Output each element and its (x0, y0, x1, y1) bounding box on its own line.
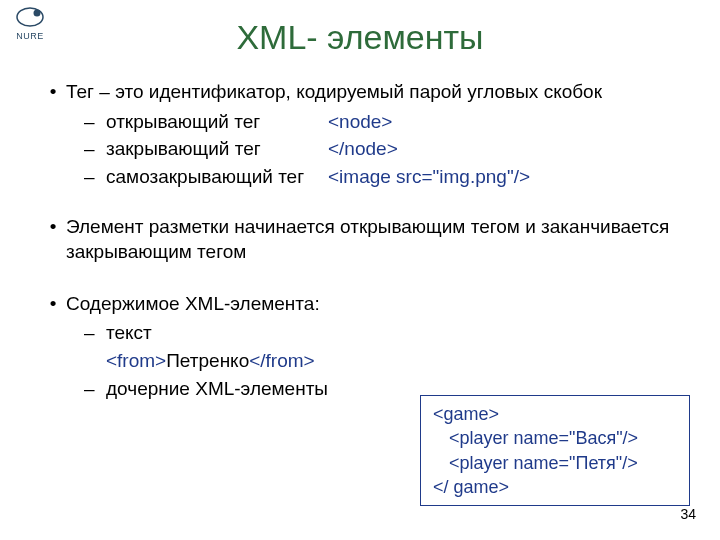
slide-content: • Тег – это идентификатор, кодируемый па… (0, 79, 720, 401)
bullet-1-text: Тег – это идентификатор, кодируемый паро… (66, 79, 602, 105)
sub-opening-label: открывающий тег (106, 109, 328, 135)
nure-logo: NURE (8, 6, 52, 41)
sub-selfclosing-tag: – самозакрывающий тег <image src="img.pn… (84, 164, 680, 190)
sub-children-label: дочерние XML-элементы (106, 376, 328, 402)
sub-selfclosing-value: <image src="img.png"/> (328, 164, 530, 190)
bullet-3-text: Содержимое XML-элемента: (66, 291, 320, 317)
xml-example-box: <game> <player name="Вася"/> <player nam… (420, 395, 690, 506)
bullet-dot-icon: • (40, 79, 66, 105)
ex-text: Петренко (166, 348, 249, 374)
sub-text: – текст (84, 320, 680, 346)
bullet-3: • Содержимое XML-элемента: (40, 291, 680, 317)
svg-point-1 (34, 10, 41, 17)
page-number: 34 (680, 506, 696, 522)
sub-text-example: <from>Петренко</from> (106, 348, 680, 374)
ex-close: </from> (249, 348, 314, 374)
code-line-3: <player name="Петя"/> (433, 451, 638, 475)
dash-icon: – (84, 376, 106, 402)
bullet-3-sublist: – текст <from>Петренко</from> – дочерние… (84, 320, 680, 401)
sub-selfclosing-label: самозакрывающий тег (106, 164, 328, 190)
bullet-1: • Тег – это идентификатор, кодируемый па… (40, 79, 680, 105)
sub-opening-tag: – открывающий тег <node> (84, 109, 680, 135)
code-line-1: <game> (433, 402, 677, 426)
bullet-dot-icon: • (40, 214, 66, 265)
bullet-dot-icon: • (40, 291, 66, 317)
nure-logo-icon (15, 6, 45, 30)
sub-closing-value: </node> (328, 136, 398, 162)
dash-icon: – (84, 109, 106, 135)
code-line-4: </ game> (433, 475, 677, 499)
sub-closing-tag: – закрывающий тег </node> (84, 136, 680, 162)
sub-closing-label: закрывающий тег (106, 136, 328, 162)
bullet-2-text: Элемент разметки начинается открывающим … (66, 214, 680, 265)
bullet-1-sublist: – открывающий тег <node> – закрывающий т… (84, 109, 680, 190)
dash-icon: – (84, 164, 106, 190)
code-line-2: <player name="Вася"/> (433, 426, 638, 450)
bullet-2: • Элемент разметки начинается открывающи… (40, 214, 680, 265)
slide-title: XML- элементы (0, 18, 720, 57)
sub-opening-value: <node> (328, 109, 392, 135)
dash-icon: – (84, 136, 106, 162)
nure-logo-text: NURE (8, 31, 52, 41)
ex-open: <from> (106, 348, 166, 374)
sub-text-label: текст (106, 320, 152, 346)
dash-icon: – (84, 320, 106, 346)
